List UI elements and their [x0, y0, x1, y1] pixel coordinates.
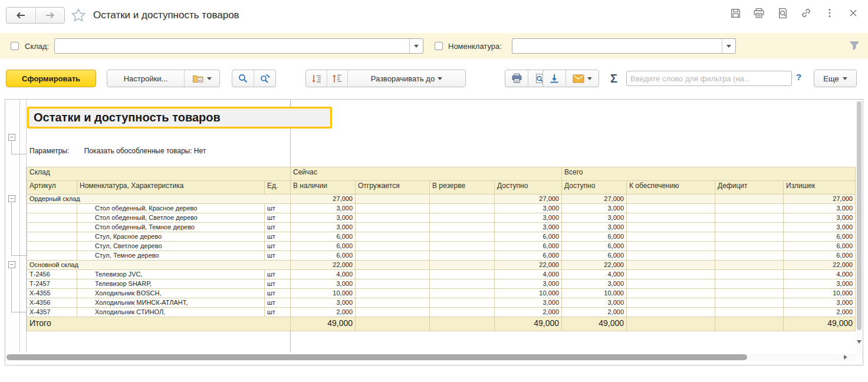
item-name-cell[interactable]: Стул, Красное дерево — [77, 232, 265, 242]
qty-cell[interactable]: 2,000 — [291, 308, 356, 317]
qty-cell[interactable]: 6,000 — [784, 251, 856, 261]
qty-cell[interactable]: 3,000 — [562, 204, 627, 213]
report-title-cell[interactable]: Остатки и доступность товаров — [27, 107, 332, 129]
total-label-cell[interactable]: Итого — [27, 317, 291, 331]
column-header-cell[interactable]: Артикул — [27, 181, 77, 195]
qty-cell[interactable] — [715, 298, 784, 308]
qty-cell[interactable]: 22,000 — [495, 261, 562, 270]
qty-cell[interactable] — [430, 317, 495, 331]
column-header-cell[interactable]: Дефицит — [715, 181, 784, 195]
qty-cell[interactable] — [356, 195, 430, 204]
item-name-cell[interactable]: Стул, Темное дерево — [77, 251, 265, 261]
qty-cell[interactable]: 22,000 — [291, 261, 356, 270]
qty-cell[interactable]: 10,000 — [291, 289, 356, 298]
more-menu-button[interactable] — [823, 6, 836, 19]
article-cell[interactable] — [27, 242, 77, 251]
qty-cell[interactable] — [627, 204, 715, 213]
qty-cell[interactable]: 2,000 — [562, 308, 627, 317]
qty-cell[interactable]: 3,000 — [495, 298, 562, 308]
article-cell[interactable] — [27, 251, 77, 261]
qty-cell[interactable] — [715, 213, 784, 223]
item-name-cell[interactable]: Холодильник МИНСК-АТЛАНТ, — [77, 298, 265, 308]
print-button[interactable] — [752, 6, 765, 19]
article-cell[interactable] — [27, 213, 77, 223]
column-header-cell[interactable]: Номенклатура, Характеристика — [77, 181, 265, 195]
qty-cell[interactable]: 3,000 — [495, 279, 562, 289]
qty-cell[interactable] — [715, 279, 784, 289]
collapse-report-group-button[interactable]: − — [8, 134, 15, 141]
qty-cell[interactable]: 6,000 — [495, 232, 562, 242]
save-button[interactable] — [729, 6, 742, 19]
vertical-scrollbar-thumb[interactable] — [857, 101, 862, 330]
qty-cell[interactable]: 49,000 — [495, 317, 562, 331]
qty-cell[interactable]: 3,000 — [495, 213, 562, 223]
column-header-cell[interactable]: Доступно — [562, 181, 627, 195]
qty-cell[interactable] — [715, 195, 784, 204]
qty-cell[interactable]: 3,000 — [784, 279, 856, 289]
qty-cell[interactable]: 3,000 — [291, 213, 356, 223]
qty-cell[interactable] — [715, 270, 784, 279]
qty-cell[interactable] — [715, 223, 784, 232]
qty-cell[interactable]: 3,000 — [562, 279, 627, 289]
qty-cell[interactable] — [356, 270, 430, 279]
qty-cell[interactable] — [430, 242, 495, 251]
save-report-button[interactable] — [543, 70, 565, 87]
qty-cell[interactable]: 3,000 — [291, 279, 356, 289]
qty-cell[interactable] — [715, 242, 784, 251]
filter-settings-button[interactable] — [849, 41, 860, 51]
qty-cell[interactable] — [356, 289, 430, 298]
qty-cell[interactable]: 6,000 — [291, 242, 356, 251]
qty-cell[interactable]: 2,000 — [784, 308, 856, 317]
qty-cell[interactable] — [627, 279, 715, 289]
qty-cell[interactable]: 49,000 — [562, 317, 627, 331]
more-actions-button[interactable]: Еще — [814, 70, 857, 87]
qty-cell[interactable]: 3,000 — [291, 298, 356, 308]
qty-cell[interactable] — [715, 251, 784, 261]
column-header-cell[interactable]: Ед. — [265, 181, 291, 195]
qty-cell[interactable]: 6,000 — [495, 242, 562, 251]
qty-cell[interactable] — [627, 317, 715, 331]
qty-cell[interactable] — [356, 223, 430, 232]
expand-to-button[interactable]: Разворачивать до — [347, 70, 465, 87]
qty-cell[interactable] — [627, 308, 715, 317]
qty-cell[interactable] — [627, 261, 715, 270]
qty-cell[interactable] — [715, 204, 784, 213]
horizontal-scrollbar[interactable] — [5, 354, 856, 361]
nomenklatura-checkbox[interactable] — [435, 42, 443, 50]
nomenklatura-dropdown-button[interactable] — [722, 39, 735, 53]
qty-cell[interactable] — [715, 232, 784, 242]
back-button[interactable] — [6, 8, 35, 23]
unit-cell[interactable]: шт — [265, 270, 291, 279]
item-name-cell[interactable]: Стол обеденный, Красное дерево — [77, 204, 265, 213]
column-header-cell[interactable]: Отгружается — [356, 181, 430, 195]
report-variants-button[interactable] — [184, 70, 219, 87]
article-cell[interactable]: Х-4357 — [27, 308, 77, 317]
qty-cell[interactable] — [430, 308, 495, 317]
vertical-scrollbar[interactable] — [856, 100, 863, 357]
article-cell[interactable]: Т-2457 — [27, 279, 77, 289]
find-next-button[interactable] — [254, 70, 275, 87]
group-name-cell[interactable]: Основной склад — [27, 261, 291, 270]
unit-cell[interactable]: шт — [265, 308, 291, 317]
qty-cell[interactable]: 10,000 — [784, 289, 856, 298]
qty-cell[interactable]: 4,000 — [784, 270, 856, 279]
item-name-cell[interactable]: Холодильник BOSCH, — [77, 289, 265, 298]
column-header-cell[interactable]: Излишек — [784, 181, 856, 195]
expand-groups-button[interactable] — [306, 70, 327, 87]
qty-cell[interactable]: 3,000 — [784, 298, 856, 308]
qty-cell[interactable] — [356, 279, 430, 289]
qty-cell[interactable] — [715, 308, 784, 317]
settings-button[interactable]: Настройки... — [107, 70, 184, 87]
qty-cell[interactable]: 3,000 — [784, 204, 856, 213]
article-cell[interactable]: Х-4355 — [27, 289, 77, 298]
unit-cell[interactable]: шт — [265, 232, 291, 242]
qty-cell[interactable] — [430, 298, 495, 308]
qty-cell[interactable]: 3,000 — [784, 223, 856, 232]
band-header-cell[interactable]: Сейчас — [291, 167, 562, 181]
qty-cell[interactable]: 49,000 — [291, 317, 356, 331]
qty-cell[interactable] — [356, 317, 430, 331]
qty-cell[interactable] — [430, 270, 495, 279]
qty-cell[interactable] — [627, 213, 715, 223]
qty-cell[interactable] — [430, 195, 495, 204]
qty-cell[interactable]: 3,000 — [291, 223, 356, 232]
